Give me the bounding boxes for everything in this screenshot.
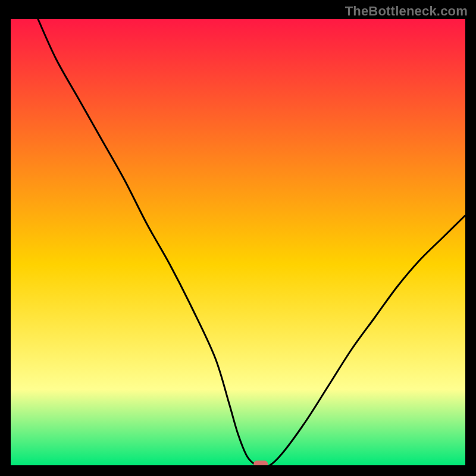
chart-svg <box>11 19 465 465</box>
chart-frame: TheBottleneck.com <box>0 0 476 476</box>
optimal-point-marker <box>253 461 268 465</box>
chart-plot-area <box>11 19 465 465</box>
gradient-background <box>11 19 465 465</box>
watermark-text: TheBottleneck.com <box>345 4 468 19</box>
